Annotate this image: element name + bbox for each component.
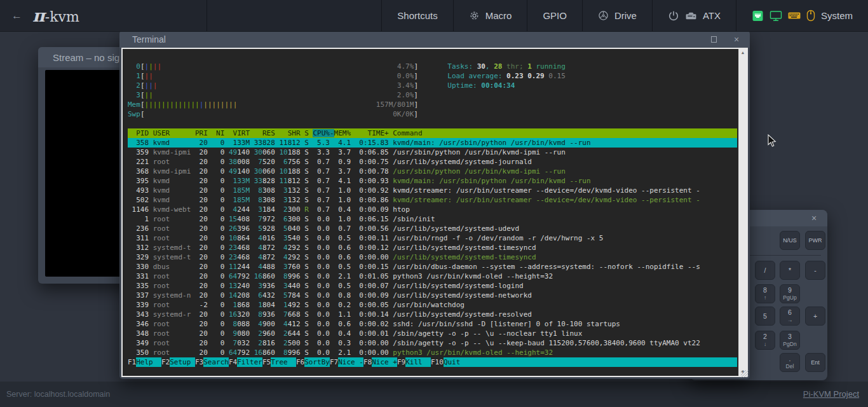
keypad-close-button[interactable]: × (807, 213, 821, 223)
htop-row-1[interactable]: 1 root 20 0 15408 7972 6300 S 0.0 1.0 0:… (128, 214, 737, 224)
ethernet-icon (752, 10, 764, 22)
terminal-window-title: Terminal (132, 34, 166, 45)
keypad-key-[interactable]: * (780, 261, 800, 280)
fkey-f5: F5 (262, 357, 271, 367)
htop-row-502[interactable]: 502 kvmd 20 0 185M 8308 3132 S 0.7 1.0 0… (128, 195, 737, 205)
terminal-close-button[interactable]: × (729, 34, 743, 45)
scroll-up-icon[interactable]: ▲ (741, 50, 745, 55)
htop-row-368[interactable]: 368 kvmd-ipmi 20 0 49140 30060 10188 S 0… (128, 167, 737, 176)
terminal-maximize-button[interactable] (707, 34, 721, 45)
keypad-key-nus[interactable]: N/US (780, 231, 800, 250)
close-icon: × (811, 213, 817, 223)
htop-row-349[interactable]: 349 root 20 0 7032 2816 2500 S 0.0 0.3 0… (128, 338, 737, 348)
nav-item-system[interactable]: System (736, 0, 868, 31)
logo-text: -kvm (45, 9, 79, 25)
fkey-f1: F1 (128, 357, 136, 367)
htop-meter-swp: Swp[ 0K/0K] (128, 109, 737, 119)
fkey-action-help[interactable]: Help (136, 357, 161, 367)
keypad-key-[interactable]: - (805, 261, 825, 280)
fkey-action-search[interactable]: Search (203, 357, 229, 367)
nav-label: Shortcuts (397, 10, 437, 21)
terminal-frame: 0[|||| 4.7%] Tasks: 30, 28 thr; 1 runnin… (121, 48, 748, 377)
htop-row-236[interactable]: 236 root 20 0 26396 5928 5040 S 0.0 0.7 … (128, 224, 737, 233)
back-arrow-button[interactable]: ← (11, 10, 22, 22)
htop-meter-0: 0[|||| 4.7%] Tasks: 30, 28 thr; 1 runnin… (128, 62, 737, 71)
htop-row-348[interactable]: 348 root 20 0 9080 2960 2644 S 0.0 0.4 0… (128, 329, 737, 338)
keypad-key-[interactable]: / (755, 261, 775, 280)
fkey-f6: F6 (296, 357, 304, 367)
htop-row-331[interactable]: 331 root 20 0 64792 16860 8996 S 0.0 2.1… (128, 272, 737, 281)
htop-row-350[interactable]: 350 root 20 0 64792 16860 8996 S 0.0 2.1… (128, 348, 737, 357)
htop-fkey-bar: F1Help F2Setup F3SearchF4FilterF5Tree F6… (128, 357, 737, 367)
htop-meter-3: 3[|| 2.0%] (128, 90, 737, 100)
htop-row-330[interactable]: 330 dbus 20 0 11244 4488 3760 S 0.0 0.5 … (128, 262, 737, 272)
nav-item-gpio[interactable]: GPIO (527, 0, 582, 31)
mouse-cursor (768, 134, 778, 148)
resize-grip[interactable] (741, 370, 749, 378)
fkey-action-tree[interactable]: Tree (271, 357, 296, 367)
nav-item-drive[interactable]: Drive (582, 0, 652, 31)
nav-label: System (821, 10, 853, 21)
htop-meter-mem: Mem[|||||||||||||||||||||| 157M/801M] (128, 100, 737, 109)
htop-row-493[interactable]: 493 kvmd 20 0 185M 8308 3132 S 0.7 1.0 0… (128, 186, 737, 195)
nav-label: GPIO (543, 10, 567, 21)
htop-row-329[interactable]: 329 systemd-t 20 0 23468 4872 4292 S 0.0… (128, 252, 737, 262)
keypad-key-[interactable]: .Del (780, 353, 800, 372)
htop-row-395[interactable]: 395 kvmd 20 0 133M 33828 11812 S 0.7 4.1… (128, 176, 737, 186)
htop-row-221[interactable]: 221 root 20 0 38008 7520 6756 S 0.7 0.9 … (128, 157, 737, 167)
fkey-f10: F10 (431, 357, 444, 367)
keypad-key-pwr[interactable]: PWR (805, 231, 825, 250)
htop-row-312[interactable]: 312 systemd-t 20 0 23468 4872 4292 S 0.0… (128, 243, 737, 252)
nav-item-atx[interactable]: ATX (652, 0, 736, 31)
htop-row-1146[interactable]: 1146 kvmd-webt 20 0 4244 3184 2300 R 0.7… (128, 205, 737, 214)
terminal-window: Terminal × 0[|||| 4.7%] Tasks: 30, 28 th… (119, 31, 750, 379)
htop-blank-line (128, 119, 737, 128)
nav-item-macro[interactable]: Macro (453, 0, 527, 31)
keypad-key-[interactable]: + (805, 307, 825, 326)
htop-screen[interactable]: 0[|||| 4.7%] Tasks: 30, 28 thr; 1 runnin… (123, 49, 738, 376)
keypad-key-ent[interactable]: Ent (805, 353, 825, 372)
htop-row-359[interactable]: 359 kvmd-ipmi 20 0 49140 30060 10188 S 3… (128, 148, 737, 157)
htop-row-335[interactable]: 335 root 20 0 13240 3936 3440 S 0.0 0.5 … (128, 281, 737, 291)
fkey-action-sortby[interactable]: SortBy (304, 357, 330, 367)
htop-table-header[interactable]: PID USER PRI NI VIRT RES SHR S CPU%-MEM%… (128, 128, 737, 138)
htop-row-358[interactable]: 358 kvmd 20 0 133M 33828 11812 S 5.3 4.1… (128, 138, 737, 148)
pikvm-page: { "nav": { "back_arrow": "←", "logo": {"… (0, 0, 868, 407)
htop-row-346[interactable]: 346 root 20 0 8088 4900 4412 S 0.0 0.6 0… (128, 319, 737, 329)
fkey-action-setup[interactable]: Setup (170, 357, 195, 367)
psu-icon (685, 11, 697, 21)
fkey-action-nice[interactable]: Nice - (338, 357, 363, 367)
fkey-f2: F2 (161, 357, 170, 367)
htop-meter-1: 1[|| 0.0%] Load average: 0.23 0.29 0.15 (128, 71, 737, 81)
fkey-f9: F9 (397, 357, 405, 367)
terminal-window-titlebar[interactable]: Terminal × (119, 31, 750, 48)
top-nav: ← π-kvm Shortcuts Macro GPIO Drive ATX S… (0, 0, 868, 32)
fkey-action-nice[interactable]: Nice + (372, 357, 397, 367)
keypad-key-9[interactable]: 9PgUp (780, 284, 800, 303)
logo-pi: π (32, 6, 45, 25)
htop-row-339[interactable]: 339 root -2 0 1868 1804 1492 S 0.0 0.2 0… (128, 300, 737, 310)
nav-item-shortcuts[interactable]: Shortcuts (381, 0, 452, 31)
close-icon: × (734, 34, 739, 45)
fkey-action-kill[interactable]: Kill (405, 357, 431, 367)
nav-label: ATX (703, 10, 721, 21)
fkey-f4: F4 (229, 357, 237, 367)
fkey-action-quit[interactable]: Quit (444, 357, 469, 367)
keypad-key-5[interactable]: 5 (755, 307, 775, 326)
htop-row-337[interactable]: 337 systemd-n 20 0 14208 6432 5784 S 0.0… (128, 291, 737, 300)
htop-row-311[interactable]: 311 root 20 0 10864 4016 3540 S 0.0 0.5 … (128, 233, 737, 243)
keypad-key-6[interactable]: 6→ (780, 307, 800, 326)
keypad-key-8[interactable]: 8↑ (755, 284, 775, 303)
disc-icon (598, 10, 609, 21)
server-hostname: Server: localhost.localdomain (6, 382, 110, 407)
htop-row-343[interactable]: 343 systemd-r 20 0 16320 8936 7668 S 0.0… (128, 310, 737, 319)
app-logo[interactable]: π-kvm (32, 6, 79, 25)
fkey-f7: F7 (330, 357, 338, 367)
pikvm-project-link[interactable]: Pi-KVM Project (803, 382, 859, 407)
keypad-key-2[interactable]: 2↓ (755, 331, 775, 350)
power-icon (668, 10, 679, 22)
fkey-action-filter[interactable]: Filter (237, 357, 262, 367)
keypad-key-3[interactable]: 3PgDn (780, 331, 800, 350)
fkey-bar-filler (469, 357, 737, 367)
terminal-scrollbar[interactable]: ▲ ▼ (738, 49, 747, 376)
